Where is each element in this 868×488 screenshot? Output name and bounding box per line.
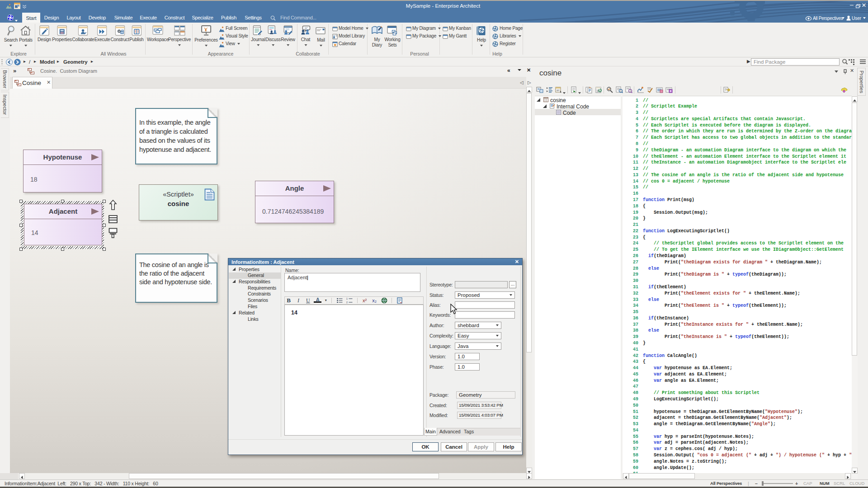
- svg-text:2: 2: [346, 301, 348, 304]
- svg-text:1: 1: [346, 297, 348, 300]
